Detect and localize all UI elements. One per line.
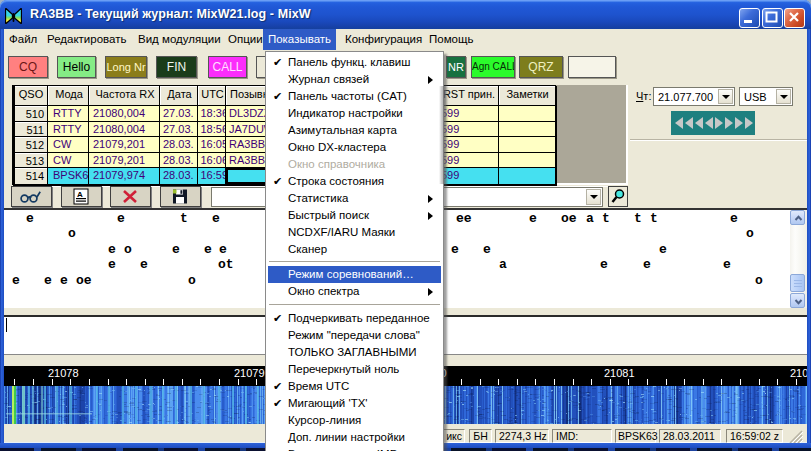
- svg-text:A: A: [77, 190, 83, 199]
